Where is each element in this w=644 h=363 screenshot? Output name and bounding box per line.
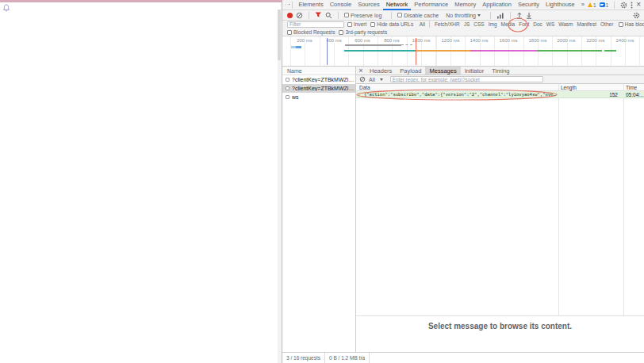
third-party-requests-checkbox[interactable]: 3rd-party requests: [339, 29, 387, 35]
preserve-log-label: Preserve log: [351, 13, 381, 18]
network-overview-timeline[interactable]: 200 ms 400 ms 600 ms 800 ms 1000 ms 1200…: [282, 36, 644, 67]
network-settings-gear-icon[interactable]: [633, 12, 640, 19]
page-scrollbar[interactable]: [278, 10, 281, 363]
request-file-icon: [286, 78, 289, 82]
clear-network-log-icon[interactable]: [296, 12, 303, 19]
tab-performance[interactable]: Performance: [411, 0, 451, 10]
tab-network[interactable]: Network: [383, 0, 412, 10]
clear-messages-icon[interactable]: [359, 76, 366, 82]
column-divider[interactable]: [623, 84, 624, 315]
request-row[interactable]: ws: [282, 93, 355, 101]
filter-type-fetch-xhr[interactable]: Fetch/XHR: [435, 21, 460, 27]
dcl-event-marker: [327, 38, 328, 65]
overview-tick: 1000 ms: [411, 38, 431, 43]
settings-gear-icon[interactable]: [620, 2, 627, 9]
warning-badge[interactable]: 1: [588, 2, 596, 8]
close-devtools-icon[interactable]: ×: [636, 1, 641, 9]
divider: [338, 12, 339, 19]
filter-type-ws[interactable]: WS: [546, 21, 554, 27]
filter-type-all[interactable]: All: [420, 21, 425, 27]
filter-type-manifest[interactable]: Manifest: [577, 21, 596, 27]
request-file-icon: [286, 95, 289, 99]
tab-sources[interactable]: Sources: [355, 0, 383, 10]
col-header-data[interactable]: Data: [359, 84, 370, 91]
network-filter-bar: Invert Hide data URLs All Fetch/XHR JS C…: [282, 21, 644, 36]
network-filter-input[interactable]: [287, 21, 344, 28]
tab-memory[interactable]: Memory: [451, 0, 479, 10]
import-har-icon[interactable]: [516, 12, 523, 19]
throttling-select[interactable]: No throttling: [446, 13, 481, 18]
filter-type-other[interactable]: Other: [600, 21, 613, 27]
request-row[interactable]: ?clientKey=ZTBkMWZiYmQt…: [282, 75, 355, 84]
detail-tab-messages[interactable]: Messages: [425, 67, 460, 75]
inspect-element-icon[interactable]: [286, 1, 286, 9]
invert-checkbox[interactable]: Invert: [347, 21, 366, 27]
has-blocked-cookies-checkbox[interactable]: Has blocked cookies: [619, 21, 644, 27]
filter-type-font[interactable]: Font: [519, 21, 529, 27]
device-toolbar-icon[interactable]: [289, 1, 289, 9]
hide-data-urls-checkbox[interactable]: Hide data URLs: [370, 21, 413, 27]
filter-type-js[interactable]: JS: [464, 21, 470, 27]
messages-regex-input[interactable]: [390, 76, 543, 82]
notification-bell-icon[interactable]: [2, 4, 10, 13]
disable-cache-checkbox[interactable]: Disable cache: [397, 13, 439, 18]
tab-elements[interactable]: Elements: [295, 0, 326, 10]
network-conditions-icon[interactable]: [496, 12, 504, 19]
requests-name-header[interactable]: Name: [282, 67, 355, 75]
message-row[interactable]: ↑ {"action":"subscribe","data":{"version…: [356, 91, 644, 98]
col-header-length[interactable]: Length: [561, 84, 577, 91]
kebab-menu-icon[interactable]: [631, 2, 633, 9]
tab-application[interactable]: Application: [479, 0, 515, 10]
detail-tab-initiator[interactable]: Initiator: [461, 67, 489, 75]
column-divider[interactable]: [558, 84, 559, 315]
request-row-selected[interactable]: ?clientKey=ZTBkMWZiYmQt…: [282, 84, 355, 93]
checkbox: [344, 13, 349, 17]
waterfall-bar-magenta: [470, 50, 538, 52]
search-icon[interactable]: [325, 12, 332, 19]
overview-tick: 2200 ms: [585, 38, 605, 43]
tab-lighthouse[interactable]: Lighthouse: [542, 0, 578, 10]
waterfall-bar-green-2: [604, 50, 616, 52]
overview-tick: 400 ms: [325, 38, 343, 43]
detail-tab-headers[interactable]: Headers: [366, 67, 396, 75]
hide-data-urls-label: Hide data URLs: [377, 21, 413, 27]
overview-tick: 1600 ms: [498, 38, 518, 43]
filter-type-css[interactable]: CSS: [473, 21, 484, 27]
network-summary-bar: 3 / 16 requests 0 B / 1.2 MB tra: [282, 352, 644, 363]
overview-tick: 1800 ms: [527, 38, 547, 43]
waterfall-bar-teal: [344, 50, 416, 52]
detail-tab-payload[interactable]: Payload: [396, 67, 425, 75]
request-list-panel: Name ?clientKey=ZTBkMWZiYmQt… ?clientKey…: [282, 67, 356, 352]
filter-type-media[interactable]: Media: [501, 21, 516, 27]
filter-type-wasm[interactable]: Wasm: [558, 21, 573, 27]
preserve-log-checkbox[interactable]: Preserve log: [344, 13, 381, 18]
checkbox: [370, 22, 375, 27]
overview-tick: 2000 ms: [556, 38, 576, 43]
record-button[interactable]: [287, 13, 293, 18]
filter-type-img[interactable]: Img: [489, 21, 497, 27]
tab-security[interactable]: Security: [515, 0, 542, 10]
devtools-tab-bar: Elements Console Sources Network Perform…: [282, 0, 644, 10]
message-time: 05:04:…: [623, 91, 644, 98]
third-party-requests-label: 3rd-party requests: [345, 29, 387, 35]
more-tabs-icon[interactable]: »: [578, 0, 588, 10]
blocked-requests-checkbox[interactable]: Blocked Requests: [287, 29, 335, 35]
chevron-down-icon: [380, 78, 383, 81]
export-har-icon[interactable]: [526, 12, 532, 19]
divider: [614, 2, 615, 9]
messages-type-select[interactable]: All: [369, 77, 383, 82]
detail-tab-timing[interactable]: Timing: [488, 67, 513, 75]
divider: [510, 12, 511, 19]
checkbox: [287, 30, 292, 35]
divider: [429, 21, 430, 28]
close-detail-icon[interactable]: ×: [356, 67, 366, 75]
filter-funnel-icon[interactable]: [315, 12, 322, 18]
issues-badge[interactable]: 1: [600, 2, 609, 8]
col-header-time[interactable]: Time: [626, 84, 637, 91]
filter-type-doc[interactable]: Doc: [533, 21, 542, 27]
overview-tick: 600 ms: [354, 38, 371, 43]
checkbox: [339, 30, 343, 35]
tab-console[interactable]: Console: [327, 0, 355, 10]
panel-splitter[interactable]: [356, 315, 644, 316]
overview-tick: 2400 ms: [615, 38, 634, 43]
